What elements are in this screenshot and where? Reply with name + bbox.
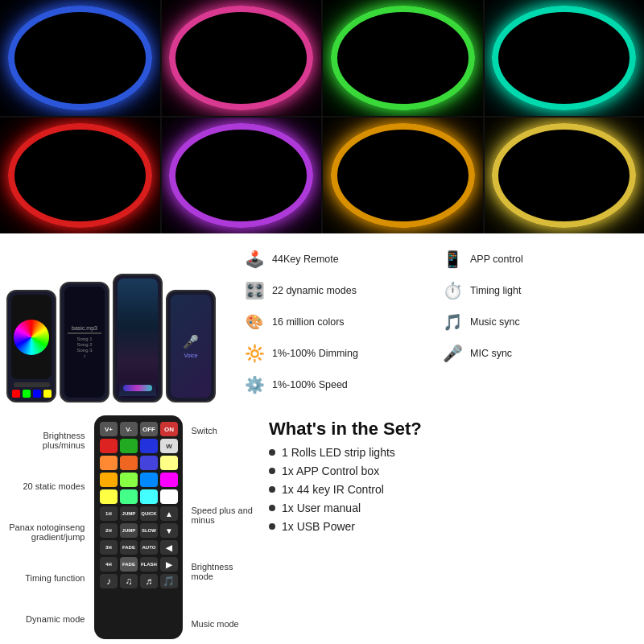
btn-4h[interactable]: 4H — [100, 557, 118, 572]
btn-flash[interactable]: FLASH — [140, 557, 158, 572]
bullet-5 — [269, 523, 275, 530]
btn-vminus[interactable]: V- — [120, 422, 138, 436]
photo-cell-blue — [0, 0, 160, 116]
list-item-4: 1x User manual — [269, 502, 630, 514]
dimming-icon: 🔆 — [243, 344, 266, 363]
feature-44key-label: 44Key Remote — [272, 254, 339, 265]
whats-in-set-title: What's in the Set? — [269, 419, 630, 440]
btn-music2[interactable]: ♫ — [120, 574, 138, 588]
btn-3h[interactable]: 3H — [100, 540, 118, 555]
feature-dimming-label: 1%-100% Dimming — [272, 348, 358, 359]
photo-cell-green — [323, 0, 483, 116]
btn-c10[interactable] — [140, 473, 158, 487]
btn-c12[interactable] — [100, 489, 118, 504]
feature-timing: ⏱️ Timing light — [441, 281, 631, 300]
feature-44key: 🕹️ 44Key Remote — [243, 250, 433, 269]
photo-cell-warm — [485, 118, 645, 233]
btn-vplus[interactable]: V+ — [100, 422, 118, 436]
btn-jump1[interactable]: JUMP — [120, 506, 138, 521]
label-timing: Timing function — [6, 573, 85, 583]
remote-labels-left: Brightness plus/minus 20 static modes Pa… — [6, 415, 89, 639]
bullet-2 — [269, 468, 275, 474]
remote-row-4 — [99, 473, 178, 487]
feature-music-label: Music sync — [470, 316, 520, 328]
photo-cell-purple — [162, 118, 322, 233]
btn-off[interactable]: OFF — [140, 422, 158, 436]
btn-jump2[interactable]: JUMP — [120, 523, 138, 538]
phones-area: basic.mp3 Song 1 Song 2 Song 3 ♪ 🎤 Voice — [6, 242, 232, 402]
modes-icon: 🎛️ — [243, 281, 266, 300]
music-icon: 🎵 — [441, 312, 464, 332]
btn-quick[interactable]: QUICK — [140, 506, 158, 521]
whats-in-set-list: 1 Rolls LED strip lights 1x APP Control … — [269, 446, 630, 533]
btn-c11[interactable] — [160, 473, 178, 487]
features-grid: 🕹️ 44Key Remote 📱 APP control 🎛️ 22 dyna… — [237, 242, 638, 402]
btn-down[interactable]: ▼ — [160, 523, 178, 538]
btn-fade1[interactable]: FADE — [120, 540, 138, 555]
bullet-4 — [269, 505, 275, 511]
btn-right[interactable]: ▶ — [160, 557, 178, 572]
btn-c13[interactable] — [120, 489, 138, 504]
label-speed: Speed plus and minus — [191, 506, 256, 525]
btn-c3[interactable] — [140, 439, 158, 453]
remote-row-5 — [99, 489, 178, 504]
btn-2h[interactable]: 2H — [100, 523, 118, 538]
remote-area: Brightness plus/minus 20 static modes Pa… — [6, 415, 256, 639]
btn-up[interactable]: ▲ — [160, 506, 178, 521]
speed-icon: ⚙️ — [243, 375, 266, 394]
list-item-1: 1 Rolls LED strip lights — [269, 446, 630, 459]
label-music-mode: Music mode — [191, 619, 256, 629]
btn-music1[interactable]: ♪ — [100, 574, 118, 588]
remote-body: V+ V- OFF ON W — [94, 415, 183, 639]
btn-c5[interactable] — [120, 456, 138, 470]
feature-mic-label: MIC sync — [470, 348, 512, 359]
remote-row-6: 1H JUMP QUICK ▲ — [99, 506, 178, 521]
whats-in-set-section: What's in the Set? 1 Rolls LED strip lig… — [261, 415, 638, 639]
photo-cell-red — [0, 118, 160, 233]
btn-c14[interactable] — [140, 489, 158, 504]
btn-c2[interactable] — [120, 439, 138, 453]
timing-icon: ⏱️ — [441, 281, 464, 300]
feature-app: 📱 APP control — [441, 250, 631, 269]
photo-grid — [0, 0, 644, 233]
label-brightness-mode: Brightness mode — [191, 562, 256, 581]
remote-row-8: 3H FADE AUTO ◀ — [99, 540, 178, 555]
btn-c1[interactable] — [100, 439, 118, 453]
bottom-section: Brightness plus/minus 20 static modes Pa… — [0, 411, 644, 644]
btn-slow[interactable]: SLOW — [140, 523, 158, 538]
label-switch: Switch — [191, 426, 256, 436]
label-dynamic: Dynamic mode — [6, 614, 85, 624]
feature-dimming: 🔆 1%-100% Dimming — [243, 344, 433, 363]
feature-colors-label: 16 million colors — [272, 316, 345, 328]
btn-1h[interactable]: 1H — [100, 506, 118, 521]
phone-1 — [6, 290, 56, 402]
label-brightness: Brightness plus/minus — [6, 431, 85, 450]
remote-row-9: 4H FADE FLASH ▶ — [99, 557, 178, 572]
btn-fade2[interactable]: FADE — [120, 557, 138, 572]
btn-c15[interactable] — [160, 489, 178, 504]
btn-white[interactable]: W — [160, 439, 178, 453]
remote-labels-right: Switch Speed plus and minus Brightness m… — [188, 415, 256, 639]
remote-row-7: 2H JUMP SLOW ▼ — [99, 523, 178, 538]
mic-icon: 🎤 — [441, 344, 464, 363]
phone-3 — [113, 274, 163, 402]
btn-music3[interactable]: ♬ — [140, 574, 158, 588]
feature-timing-label: Timing light — [470, 285, 521, 296]
bullet-3 — [269, 486, 275, 493]
btn-c7[interactable] — [160, 456, 178, 470]
feature-app-label: APP control — [470, 254, 523, 265]
btn-left[interactable]: ◀ — [160, 540, 178, 555]
btn-music4[interactable]: 🎵 — [160, 574, 178, 588]
middle-section: basic.mp3 Song 1 Song 2 Song 3 ♪ 🎤 Voice — [0, 233, 644, 411]
feature-colors: 🎨 16 million colors — [243, 313, 433, 331]
feature-speed-label: 1%-100% Speed — [272, 379, 348, 390]
btn-c4[interactable] — [100, 456, 118, 470]
btn-c8[interactable] — [100, 473, 118, 487]
btn-auto[interactable]: AUTO — [140, 540, 158, 555]
feature-modes-label: 22 dynamic modes — [272, 285, 357, 296]
remote-row-10: ♪ ♫ ♬ 🎵 — [99, 574, 178, 588]
colors-icon: 🎨 — [243, 313, 266, 331]
btn-c9[interactable] — [120, 473, 138, 487]
btn-c6[interactable] — [140, 456, 158, 470]
btn-on[interactable]: ON — [160, 422, 178, 436]
